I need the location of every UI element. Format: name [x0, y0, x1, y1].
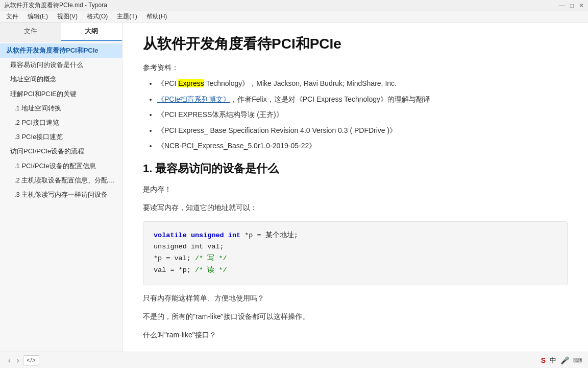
sidebar-item-main[interactable]: 从软件开发角度看待PCI和PCIe	[0, 43, 122, 58]
menu-format[interactable]: 格式(O)	[83, 11, 112, 22]
sidebar-item-4-3[interactable]: .3 主机像读写内存一样访问设备	[0, 188, 122, 202]
lang-icon[interactable]: 中	[550, 356, 556, 365]
code-line1-rest: *p = 某个地址;	[240, 232, 298, 239]
nav-arrows: ‹ › </>	[6, 355, 39, 365]
code-toggle-button[interactable]: </>	[23, 355, 39, 365]
menu-file[interactable]: 文件	[2, 11, 22, 22]
para5: 什么叫"ram-like"接口？	[143, 329, 568, 341]
systray: S 中 🎤 ⌨	[541, 356, 582, 365]
code-line4-code: val = *p;	[154, 266, 191, 274]
nav-prev[interactable]: ‹	[6, 355, 13, 365]
pcie-blog-link[interactable]: 《PCIe扫盲系列博文》	[157, 95, 230, 103]
para3: 只有内存能这样简单、方便地使用吗？	[143, 292, 568, 305]
doc-title: 从软件开发角度看待PCI和PCIe	[143, 35, 568, 53]
ref-item-4: 《PCI Express_ Base Specification Revisio…	[157, 125, 568, 136]
sidebar-item-3-1[interactable]: .1 地址空间转换	[0, 101, 122, 116]
titlebar-controls[interactable]: — □ ✕	[559, 2, 584, 9]
content-area: 从软件开发角度看待PCI和PCIe 参考资料： 《PCI Express Tec…	[122, 22, 588, 368]
para4: 不是的，所有的"ram-like"接口设备都可以这样操作。	[143, 311, 568, 323]
code-comment-1: /* 写 */	[191, 255, 227, 262]
code-line3-code: *p = val;	[154, 255, 191, 262]
ref-label: 参考资料：	[143, 63, 568, 73]
ref-item-5: 《NCB-PCI_Express_Base_5.0r1.0-2019-05-22…	[157, 140, 568, 151]
ref-item-1: 《PCI Express Technology》，Mike Jackson, R…	[157, 78, 568, 89]
sougou-icon[interactable]: S	[541, 356, 546, 364]
tab-file[interactable]: 文件	[0, 22, 61, 41]
menu-view[interactable]: 视图(V)	[53, 11, 82, 22]
sidebar-item-3-2[interactable]: .2 PCI接口速览	[0, 116, 122, 130]
keyboard-icon[interactable]: ⌨	[573, 357, 582, 364]
code-comment-2: /* 读 */	[191, 266, 227, 274]
menu-edit[interactable]: 编辑(E)	[23, 11, 52, 22]
nav-next[interactable]: ›	[15, 355, 21, 365]
sidebar-item-4[interactable]: 访问PCI/PCIe设备的流程	[0, 144, 122, 158]
menubar: 文件 编辑(E) 视图(V) 格式(O) 主题(T) 帮助(H)	[0, 11, 588, 22]
sidebar-item-3-3[interactable]: .3 PCIe接口速览	[0, 130, 122, 144]
code-block: volatile unsigned int *p = 某个地址; unsigne…	[143, 221, 568, 286]
sidebar-item-4-2[interactable]: .2 主机读取设备配置信息、分配空间	[0, 173, 122, 188]
ref-item-3: 《PCI EXPRESS体系结构导读 (王齐)》	[157, 109, 568, 120]
app-container: 文件 大纲 从软件开发角度看待PCI和PCIe 最容易访问的设备是什么 地址空间…	[0, 22, 588, 368]
bottom-bar: ‹ › </> S 中 🎤 ⌨	[0, 352, 588, 368]
menu-help[interactable]: 帮助(H)	[142, 11, 172, 22]
sidebar-item-2[interactable]: 地址空间的概念	[0, 72, 122, 86]
ref-item-2: 《PCIe扫盲系列博文》，作者Felix，这是对《PCI Express Tec…	[157, 94, 568, 105]
titlebar: 从软件开发角度看待PCIe.md - Typora — □ ✕	[0, 0, 588, 11]
code-keyword-1: volatile unsigned int	[154, 232, 240, 239]
sidebar-item-4-1[interactable]: .1 PCI/PCIe设备的配置信息	[0, 159, 122, 173]
mic-icon[interactable]: 🎤	[560, 356, 569, 364]
sidebar-item-3[interactable]: 理解PCI和PCIE的关键	[0, 87, 122, 101]
highlighted-express: Express	[178, 79, 204, 87]
tab-outline[interactable]: 大纲	[61, 22, 122, 41]
titlebar-left: 从软件开发角度看待PCIe.md - Typora	[4, 1, 107, 10]
sidebar-tabs: 文件 大纲	[0, 22, 122, 41]
para1: 是内存！	[143, 183, 568, 196]
sidebar: 文件 大纲 从软件开发角度看待PCI和PCIe 最容易访问的设备是什么 地址空间…	[0, 22, 122, 368]
titlebar-title: 从软件开发角度看待PCIe.md - Typora	[4, 1, 107, 10]
menu-theme[interactable]: 主题(T)	[113, 11, 141, 22]
sidebar-outline: 从软件开发角度看待PCI和PCIe 最容易访问的设备是什么 地址空间的概念 理解…	[0, 41, 122, 368]
para2: 要读写内存，知道它的地址就可以：	[143, 202, 568, 214]
code-line2: unsigned int val;	[154, 243, 224, 250]
section1-title: 1. 最容易访问的设备是什么	[143, 162, 568, 176]
ref-list: 《PCI Express Technology》，Mike Jackson, R…	[143, 78, 568, 151]
sidebar-item-1[interactable]: 最容易访问的设备是什么	[0, 58, 122, 72]
